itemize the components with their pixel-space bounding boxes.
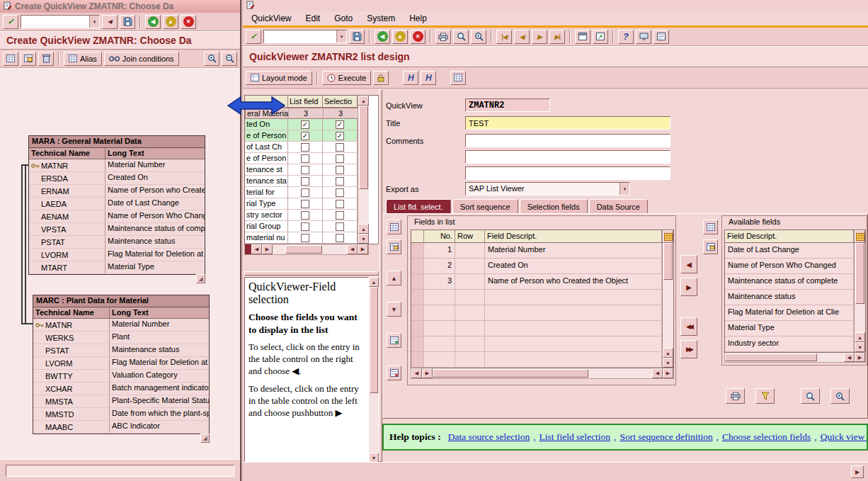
scroll-up-button[interactable]: ▲ — [358, 96, 369, 106]
row-selector[interactable] — [411, 274, 424, 290]
save-button[interactable] — [120, 15, 135, 29]
row-selector[interactable] — [411, 305, 424, 321]
table-row[interactable]: AENAMName of Person Who Chang — [29, 210, 205, 223]
menu-quickview[interactable]: QuickView — [251, 13, 291, 23]
field-info-button[interactable] — [387, 239, 401, 254]
cancel-button[interactable]: ✕ — [410, 30, 426, 44]
filter-button[interactable] — [755, 388, 775, 404]
help-link-quick-view-execution[interactable]: Quick view execu — [821, 431, 868, 443]
comments-input-1[interactable] — [465, 134, 670, 147]
available-row[interactable]: Name of Person Who Changed — [725, 259, 854, 274]
row-column-header[interactable]: Row — [455, 230, 485, 243]
field-descript-column-header[interactable]: Field Descript. — [725, 230, 854, 243]
title-input[interactable] — [465, 116, 670, 130]
tab-list-field-select[interactable]: List fld. select. — [386, 199, 451, 213]
scrollbar-thumb[interactable] — [359, 106, 368, 189]
delete-table-button[interactable] — [38, 52, 54, 66]
scroll-left-button[interactable]: ◀ — [251, 244, 262, 254]
next-page-button[interactable]: ▶ — [532, 30, 547, 44]
mara-table[interactable]: MARA : General Material Data Technical N… — [28, 135, 205, 275]
back-button[interactable]: ◀ — [145, 15, 161, 29]
table-config-button[interactable] — [663, 230, 673, 243]
scroll-left-button[interactable]: ◀ — [347, 244, 358, 254]
select-all-fields-button[interactable] — [387, 220, 401, 234]
previous-page-button[interactable]: ◀ — [514, 30, 530, 44]
field-row[interactable]: tenance sta — [245, 176, 358, 187]
scrollbar-thumb[interactable] — [855, 243, 864, 304]
last-page-button[interactable]: ▶| — [549, 30, 565, 44]
selection-checkbox[interactable] — [336, 200, 344, 208]
scroll-up-button[interactable]: ▲ — [369, 277, 379, 287]
row-selector[interactable] — [411, 336, 424, 352]
comments-input-3[interactable] — [465, 166, 670, 180]
table-row[interactable]: MAABCABC Indicator — [33, 421, 209, 434]
table-row[interactable]: ERSDACreated On — [29, 172, 205, 185]
exit-button[interactable]: ▲ — [392, 30, 408, 44]
available-row[interactable]: Maintenance status of complete — [725, 274, 854, 290]
help-button[interactable]: ? — [618, 30, 634, 44]
table-row[interactable]: PSTATMaintenance status — [29, 236, 205, 249]
find-field-button[interactable] — [801, 388, 820, 404]
print-list-button[interactable] — [726, 388, 745, 404]
list-field-checkbox[interactable] — [301, 166, 309, 174]
table-resize-grip[interactable]: ◢ — [196, 274, 205, 283]
table-row[interactable]: ERNAMName of Person who Create — [29, 185, 205, 198]
field-descript-column-header[interactable]: Field Descript. — [485, 230, 662, 243]
table-row[interactable]: LVORMFlag Material for Deletion at — [29, 249, 205, 261]
panel-splitter-handle[interactable] — [244, 271, 379, 276]
move-field-up-button[interactable]: ▲ — [387, 271, 401, 285]
list-row[interactable] — [411, 321, 662, 336]
table-row[interactable]: BWTTYValuation Category — [33, 370, 209, 383]
row-selector[interactable] — [411, 243, 424, 259]
scroll-down-button[interactable]: ▼ — [369, 453, 379, 463]
available-row[interactable]: Date of Last Change — [725, 243, 854, 259]
command-dropdown-icon[interactable]: ▼ — [336, 30, 346, 43]
available-row[interactable]: Maintenance status — [725, 290, 854, 305]
vertical-scrollbar[interactable]: ▲ ▼ — [662, 230, 673, 368]
list-field-checkbox[interactable] — [301, 143, 309, 152]
menu-edit[interactable]: Edit — [305, 13, 320, 23]
horizontal-scrollbar[interactable]: ◀ ▶ ◀ ▶ — [244, 244, 369, 255]
enter-button[interactable]: ✓ — [246, 30, 261, 44]
execute-button[interactable]: Execute — [322, 71, 372, 85]
horizontal-scrollbar[interactable]: ◀ ▶ — [724, 353, 866, 363]
cancel-button[interactable]: ✕ — [181, 15, 196, 29]
vertical-scrollbar[interactable]: ▲ ▼ — [854, 230, 865, 352]
protect-button[interactable] — [373, 71, 389, 85]
selection-checkbox[interactable] — [336, 211, 344, 220]
menu-help[interactable]: Help — [409, 13, 427, 23]
field-row[interactable]: stry sector — [245, 210, 358, 221]
list-field-checkbox[interactable] — [301, 154, 309, 163]
status-expand-button[interactable]: ▶ — [851, 465, 864, 478]
scroll-left-button[interactable]: ◀ — [844, 353, 855, 362]
exit-button[interactable]: ▲ — [163, 15, 178, 29]
table-row[interactable]: MTARTMaterial Type — [29, 261, 205, 274]
table-row[interactable]: WERKSPlant — [33, 332, 209, 344]
tab-selection-fields[interactable]: Selection fields — [520, 199, 588, 213]
selection-checkbox[interactable] — [336, 166, 344, 174]
scroll-up-button[interactable]: ▲ — [358, 224, 369, 234]
create-session-button[interactable] — [575, 30, 590, 44]
selection-checkbox[interactable] — [336, 222, 344, 231]
customize-layout-button[interactable] — [636, 30, 651, 44]
scroll-down-button[interactable]: ▼ — [358, 234, 369, 244]
table-row[interactable]: PSTATMaintenance status — [33, 344, 209, 357]
field-row[interactable]: rial Type — [245, 198, 358, 210]
scrollbar-track[interactable] — [663, 243, 673, 348]
command-field[interactable]: ▼ — [21, 15, 100, 28]
create-shortcut-button[interactable] — [593, 30, 608, 44]
field-row[interactable]: tenance st — [245, 164, 358, 176]
back-button[interactable]: ◀ — [375, 30, 390, 44]
table-row[interactable]: XCHARBatch management indicator (i — [33, 383, 209, 395]
scroll-right-button[interactable]: ▶ — [663, 368, 673, 378]
save-button[interactable] — [349, 30, 365, 44]
scroll-up-button[interactable]: ▲ — [855, 332, 865, 342]
table-config-button[interactable] — [855, 230, 865, 243]
list-row[interactable]: 2Created On — [411, 259, 662, 274]
scroll-down-button[interactable]: ▼ — [855, 342, 865, 352]
help-link-data-source-selection[interactable]: Data source selection — [448, 431, 530, 443]
add-all-fields-button[interactable]: ◀◀ — [680, 317, 697, 336]
export-as-combo[interactable]: SAP List Viewer ▼ — [465, 182, 630, 196]
available-field-info-button[interactable] — [703, 239, 718, 254]
right-window-titlebar[interactable] — [243, 0, 868, 11]
